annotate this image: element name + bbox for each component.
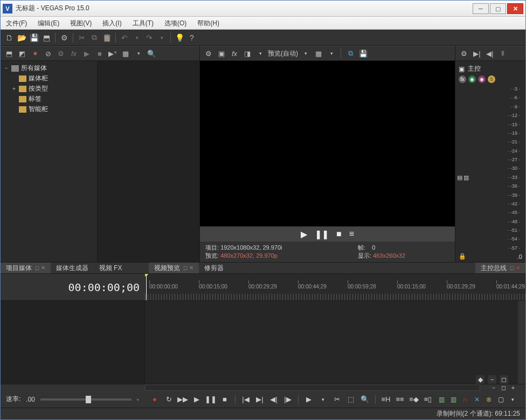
minimize-button[interactable]: ─ (473, 3, 489, 14)
fit-icon[interactable]: ◻ (500, 375, 508, 384)
master-plugin3-icon[interactable]: S (488, 75, 495, 83)
play-icon[interactable]: ▶ (192, 395, 202, 404)
tip-icon[interactable]: 💡 (174, 32, 185, 43)
auto-save-dd-icon[interactable]: ▾ (508, 395, 517, 404)
tree-item[interactable]: 智能柜 (1, 104, 97, 114)
master-expand-icon[interactable]: ▣ (459, 65, 465, 73)
snap-marker-icon[interactable]: ≡◆ (409, 395, 419, 404)
menu-help[interactable]: 帮助(H) (192, 17, 225, 30)
rate-reset-icon[interactable]: ◦ (137, 396, 139, 403)
pin-icon[interactable]: ◻ ✕ (510, 262, 520, 274)
pin-icon[interactable]: ◻ ✕ (183, 262, 193, 274)
render-icon[interactable]: ⬒ (41, 32, 52, 43)
next-frame-icon[interactable]: |▶ (283, 395, 293, 404)
cut-icon[interactable]: ✂ (77, 32, 87, 43)
snap-grid-icon[interactable]: ≡≡ (395, 395, 405, 404)
capture-icon[interactable]: ◩ (17, 48, 27, 59)
normal-dd-icon[interactable]: ▾ (318, 395, 328, 404)
rate-slider[interactable] (40, 398, 132, 401)
playhead-icon[interactable] (145, 274, 148, 277)
tab-video-fx[interactable]: 视频 FX (94, 263, 128, 273)
go-end-icon[interactable]: ▶| (255, 395, 265, 404)
timeline-ruler[interactable]: 00:00:00;0000:00:15;0000:00:29;2900:00:4… (145, 274, 525, 300)
prev-frame-icon[interactable]: ◀| (269, 395, 279, 404)
tab-project-media[interactable]: 项目媒体◻ ✕ (1, 263, 51, 273)
insert-bus-icon[interactable]: ▶| (472, 48, 482, 59)
pause-icon[interactable]: ❚❚ (206, 395, 216, 404)
quality-dd-icon[interactable]: ▾ (300, 48, 311, 59)
media-fx-icon[interactable]: fx (68, 48, 79, 59)
tree-root[interactable]: − 所有媒体 (1, 63, 97, 73)
meter-split2-icon[interactable]: ▥ (463, 174, 469, 181)
split-dd-icon[interactable]: ▾ (255, 48, 266, 59)
get-media-icon[interactable]: ✶ (30, 48, 40, 59)
record-icon[interactable]: ● (150, 395, 160, 404)
track-area[interactable]: ◆ − ◻ (145, 301, 518, 384)
auto-preview-icon[interactable]: ▶° (107, 48, 118, 59)
new-icon[interactable]: 🗋 (4, 32, 15, 43)
menu-options[interactable]: 选项(O) (159, 17, 192, 30)
timecode-display[interactable]: 00:00:00;00 (1, 274, 145, 300)
select-icon[interactable]: ⬚ (346, 395, 356, 404)
tab-master-bus[interactable]: 主控总线◻ ✕ (475, 263, 525, 273)
tab-trimmer[interactable]: 修剪器 (199, 263, 229, 273)
zoom-fit-icon[interactable]: ◻ (500, 384, 507, 391)
auto-crossfade-icon[interactable]: ⊗ (485, 395, 493, 404)
redo-dd-icon[interactable]: ▾ (156, 32, 167, 43)
views-dd-icon[interactable]: ▾ (133, 48, 144, 59)
maximize-button[interactable]: ▢ (490, 3, 506, 14)
menu-icon[interactable]: ≡ (349, 229, 354, 239)
master-props-icon[interactable]: ⚙ (459, 48, 469, 59)
horizontal-scrollbar[interactable] (145, 384, 480, 391)
copy-snapshot-icon[interactable]: ⧉ (345, 48, 356, 59)
save-snapshot-icon[interactable]: 💾 (358, 48, 369, 59)
tree-item[interactable]: + 按类型 (1, 84, 97, 94)
save-icon[interactable]: 💾 (29, 32, 39, 43)
help-icon[interactable]: ? (186, 32, 197, 43)
zoom-out-icon[interactable]: − (490, 384, 497, 391)
pause-icon[interactable]: ❚❚ (315, 229, 329, 239)
loop-icon[interactable]: ↻ (164, 395, 174, 404)
auto-save-icon[interactable]: ▢ (496, 395, 505, 404)
import-icon[interactable]: ⬒ (4, 48, 15, 59)
video-fx-icon[interactable]: fx (229, 48, 240, 59)
remove-icon[interactable]: ⊘ (43, 48, 53, 59)
normal-edit-icon[interactable]: ▶ (304, 395, 314, 404)
menu-file[interactable]: 文件(F) (1, 17, 32, 30)
track-headers[interactable] (1, 301, 145, 384)
paste-icon[interactable]: 📋 (101, 32, 112, 43)
marker-tool-icon[interactable]: ◆ (476, 375, 485, 384)
lock-env-icon[interactable]: ▥ (449, 395, 458, 404)
auto-ripple-icon[interactable]: ▥ (437, 395, 446, 404)
stop-icon[interactable]: ■ (336, 229, 342, 239)
tree-item[interactable]: 标签 (1, 94, 97, 104)
menu-edit[interactable]: 编辑(E) (32, 17, 65, 30)
tab-video-preview[interactable]: 视频预览◻ ✕ (149, 263, 199, 273)
quantize-icon[interactable]: ✕ (473, 395, 481, 404)
envelope-icon[interactable]: ✂ (332, 395, 342, 404)
properties-icon[interactable]: ⚙ (59, 32, 70, 43)
dim-icon[interactable]: ⫴ (497, 48, 508, 59)
lock-icon[interactable]: 🔒 (459, 253, 466, 260)
undo-dd-icon[interactable]: ▾ (132, 32, 142, 43)
undo-icon[interactable]: ↶ (119, 32, 130, 43)
minus-icon[interactable]: − (488, 375, 496, 384)
menu-insert[interactable]: 插入(I) (97, 17, 127, 30)
ext-monitor-icon[interactable]: ▣ (216, 48, 227, 59)
play-icon[interactable]: ▶ (301, 229, 307, 239)
tab-media-generators[interactable]: 媒体生成器 (51, 263, 94, 273)
zoom-icon[interactable]: 🔍 (360, 395, 370, 404)
vertical-scrollbar[interactable] (518, 301, 525, 384)
snap-all-icon[interactable]: ≡▯ (423, 395, 433, 404)
titlebar[interactable]: V 无标题 - VEGAS Pro 15.0 ─ ▢ ✕ (1, 1, 525, 17)
stop-media-icon[interactable]: ■ (94, 48, 105, 59)
menu-view[interactable]: 视图(V) (65, 17, 97, 30)
master-plugin1-icon[interactable]: ◉ (468, 75, 476, 83)
stop-icon[interactable]: ■ (220, 395, 230, 404)
master-fx-icon[interactable]: fx (459, 75, 466, 83)
meter-split-icon[interactable]: ▤ (457, 174, 462, 181)
insert-fx-icon[interactable]: ◀| (485, 48, 495, 59)
pin-icon[interactable]: ◻ ✕ (35, 262, 45, 274)
close-button[interactable]: ✕ (507, 3, 523, 14)
media-content[interactable] (98, 61, 199, 262)
